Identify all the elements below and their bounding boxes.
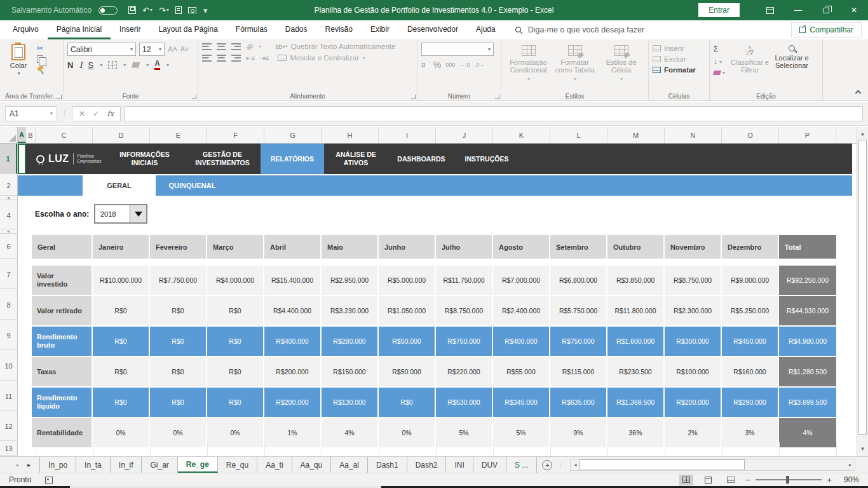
camera-icon[interactable] (188, 7, 196, 13)
dialog-launcher-icon[interactable] (57, 95, 62, 99)
normal-view-button[interactable] (679, 475, 693, 485)
sheet-tab-re-qu[interactable]: Re_qu (218, 457, 257, 473)
nav-item-gestao-de-investimentos[interactable]: GESTÃO DE INVESTIMENTOS (184, 144, 261, 174)
row-header-6[interactable]: 6 (0, 235, 17, 259)
sheet-tab-gi-ar[interactable]: Gi_ar (142, 457, 177, 473)
menu-tab-inserir[interactable]: Inserir (111, 20, 149, 39)
row-header-8[interactable]: 8 (0, 290, 17, 320)
column-header-b[interactable]: B (26, 127, 36, 143)
nav-item-informacoes-iniciais[interactable]: INFORMAÇÕES INICIAIS (105, 144, 184, 174)
sheet-tab-s[interactable]: S ... (506, 457, 537, 473)
horizontal-scrollbar[interactable]: ◂ ▸ (570, 459, 855, 471)
menu-tab-revisao[interactable]: Revisão (316, 20, 362, 39)
customize-qat-chevron-icon[interactable]: ▾ (203, 6, 208, 15)
increase-decimal-icon[interactable]: ←.0 (459, 62, 470, 68)
collapse-ribbon-icon[interactable] (855, 90, 862, 97)
sheet-tab-aa-ti[interactable]: Aa_ti (257, 457, 292, 473)
redo-icon[interactable]: ↷▾ (159, 6, 169, 15)
column-header-a[interactable]: A (18, 127, 26, 143)
font-color-icon[interactable]: A (154, 60, 160, 70)
menu-tab-arquivo[interactable]: Arquivo (4, 20, 48, 39)
page-layout-view-button[interactable] (702, 475, 715, 485)
row-header-13[interactable]: 13 (0, 442, 17, 456)
sheet-scroll-left-icon[interactable]: ◂ (15, 461, 18, 468)
font-size-combo[interactable]: 12▾ (139, 43, 165, 56)
column-header-e[interactable]: E (150, 127, 207, 143)
sub-tab-geral[interactable]: GERAL (83, 175, 156, 196)
vertical-scroll-thumb[interactable] (858, 140, 867, 435)
align-top-icon[interactable] (202, 43, 212, 50)
fill-color-icon[interactable] (132, 62, 140, 68)
column-header-p[interactable]: P (779, 127, 836, 143)
decrease-font-icon[interactable]: A˅ (180, 46, 189, 53)
column-header-m[interactable]: M (607, 127, 665, 143)
row-header-4[interactable]: 4 (0, 201, 17, 229)
percent-style-icon[interactable]: % (433, 60, 441, 70)
vertical-scrollbar[interactable]: ▲ ▼ (857, 127, 868, 456)
zoom-out-icon[interactable]: − (746, 475, 751, 485)
minimize-icon[interactable]: — (784, 0, 812, 20)
number-format-combo[interactable]: ▾ (421, 43, 494, 56)
format-as-table-button[interactable]: Formatar como Tabela ▾ (552, 43, 598, 90)
zoom-slider[interactable] (756, 479, 822, 480)
sheet-tab-re-ge[interactable]: Re_ge (178, 457, 218, 473)
ribbon-display-options-icon[interactable] (756, 0, 784, 20)
dialog-launcher-icon[interactable] (192, 95, 196, 99)
cut-icon[interactable]: ✂ (37, 44, 44, 52)
align-center-icon[interactable] (217, 55, 226, 62)
row-header-11[interactable]: 11 (0, 382, 17, 411)
decrease-indent-icon[interactable]: ⇤≡ (246, 55, 255, 62)
row-header-1[interactable]: 1 (0, 144, 17, 174)
sheet-scroll-right-icon[interactable]: ▸ (27, 461, 31, 468)
nav-item-relatorios[interactable]: RELATÓRIOS (261, 144, 324, 174)
touch-mode-icon[interactable] (175, 6, 182, 14)
align-bottom-icon[interactable] (231, 43, 241, 50)
column-header-g[interactable]: G (264, 127, 322, 143)
save-icon[interactable] (128, 6, 136, 14)
column-header-l[interactable]: L (550, 127, 607, 143)
align-middle-icon[interactable] (217, 43, 226, 50)
column-header-j[interactable]: J (436, 127, 493, 143)
autosave-toggle[interactable] (98, 6, 118, 15)
year-dropdown-button[interactable] (130, 205, 146, 222)
dialog-launcher-icon[interactable] (495, 95, 499, 99)
sheet-tab-ini[interactable]: INI (446, 457, 473, 473)
new-sheet-icon[interactable]: + (542, 460, 552, 470)
cancel-icon[interactable]: ✕ (79, 109, 85, 118)
row-header-2[interactable]: 2 (0, 175, 17, 196)
scroll-right-icon[interactable]: ▸ (846, 462, 855, 468)
horizontal-scroll-thumb[interactable] (580, 459, 745, 470)
sheet-tab-dash1[interactable]: Dash1 (368, 457, 407, 473)
nav-item-analise-de-ativos[interactable]: ANÁLISE DE ATIVOS (324, 144, 388, 174)
row-header-3[interactable]: 3 (0, 197, 17, 200)
name-box[interactable]: A1 ▾ (5, 106, 57, 121)
increase-font-icon[interactable]: A˄ (168, 45, 177, 54)
selected-cell-a1[interactable] (18, 144, 26, 174)
font-name-combo[interactable]: Calibri▾ (67, 43, 136, 56)
menu-tab-desenvolvedor[interactable]: Desenvolvedor (398, 20, 467, 39)
row-header-9[interactable]: 9 (0, 321, 17, 350)
delete-cells-button[interactable]: Excluir▾ (653, 55, 705, 63)
sheet-tab-aa-qu[interactable]: Aa_qu (292, 457, 332, 473)
column-header-k[interactable]: K (493, 127, 550, 143)
nav-item-instrucoes[interactable]: INSTRUÇÕES (455, 144, 519, 174)
bold-button[interactable]: N (67, 61, 73, 69)
copy-icon[interactable] (37, 55, 43, 63)
align-left-icon[interactable] (202, 55, 212, 62)
column-header-h[interactable]: H (322, 127, 379, 143)
wrap-text-button[interactable]: ab↩ Quebrar Texto Automaticamente (275, 43, 395, 50)
sort-filter-button[interactable]: AZ∇ Classificar e Filtrar (729, 43, 770, 90)
page-break-view-button[interactable] (724, 475, 738, 485)
undo-icon[interactable]: ↶▾ (142, 6, 153, 15)
menu-tab-formulas[interactable]: Fórmulas (227, 20, 276, 39)
fill-down-icon[interactable]: ↓▾ (714, 57, 725, 66)
zoom-in-icon[interactable]: + (827, 475, 832, 485)
decrease-decimal-icon[interactable]: .0→ (475, 62, 485, 68)
italic-button[interactable]: I (79, 61, 82, 69)
column-header-n[interactable]: N (665, 127, 722, 143)
row-header-12[interactable]: 12 (0, 412, 17, 441)
menu-tab-dados[interactable]: Dados (276, 20, 316, 39)
increase-indent-icon[interactable]: ⇥≡ (260, 55, 269, 62)
underline-arrow-icon[interactable]: ▾ (100, 62, 102, 68)
enter-icon[interactable]: ✓ (93, 109, 99, 118)
